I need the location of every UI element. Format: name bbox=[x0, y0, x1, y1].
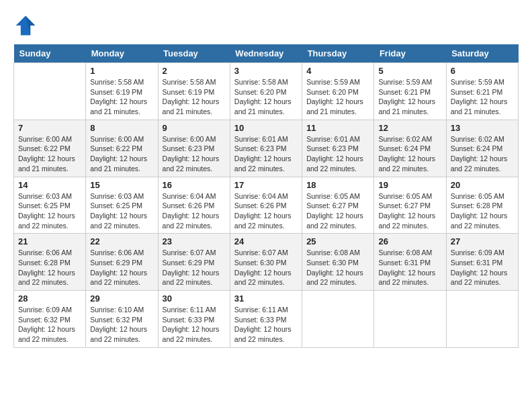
day-number: 8 bbox=[90, 123, 153, 133]
calendar-cell: 29Sunrise: 6:10 AMSunset: 6:32 PMDayligh… bbox=[86, 291, 158, 348]
week-row-4: 21Sunrise: 6:06 AMSunset: 6:28 PMDayligh… bbox=[14, 234, 519, 291]
calendar-cell: 3Sunrise: 5:58 AMSunset: 6:20 PMDaylight… bbox=[230, 63, 302, 120]
calendar-cell: 11Sunrise: 6:01 AMSunset: 6:23 PMDayligh… bbox=[302, 120, 374, 177]
day-number: 30 bbox=[163, 293, 226, 304]
calendar-cell: 10Sunrise: 6:01 AMSunset: 6:23 PMDayligh… bbox=[230, 120, 302, 177]
day-number: 25 bbox=[306, 236, 369, 246]
day-info: Sunrise: 6:08 AMSunset: 6:30 PMDaylight:… bbox=[306, 248, 369, 287]
calendar-cell: 7Sunrise: 6:00 AMSunset: 6:22 PMDaylight… bbox=[14, 120, 86, 177]
week-row-5: 28Sunrise: 6:09 AMSunset: 6:32 PMDayligh… bbox=[14, 291, 519, 348]
calendar-cell: 26Sunrise: 6:08 AMSunset: 6:31 PMDayligh… bbox=[374, 234, 446, 291]
day-number: 19 bbox=[378, 180, 441, 190]
day-info: Sunrise: 5:59 AMSunset: 6:21 PMDaylight:… bbox=[451, 77, 514, 117]
day-info: Sunrise: 6:07 AMSunset: 6:29 PMDaylight:… bbox=[163, 248, 226, 287]
day-info: Sunrise: 6:01 AMSunset: 6:23 PMDaylight:… bbox=[234, 134, 298, 174]
day-info: Sunrise: 6:05 AMSunset: 6:28 PMDaylight:… bbox=[451, 191, 514, 231]
day-number: 15 bbox=[90, 180, 153, 190]
day-number: 5 bbox=[378, 66, 441, 76]
day-info: Sunrise: 6:02 AMSunset: 6:24 PMDaylight:… bbox=[378, 134, 441, 174]
day-number: 28 bbox=[18, 293, 81, 304]
day-number: 13 bbox=[451, 123, 514, 133]
day-info: Sunrise: 6:09 AMSunset: 6:32 PMDaylight:… bbox=[18, 305, 81, 345]
day-number: 3 bbox=[234, 66, 298, 76]
day-info: Sunrise: 6:00 AMSunset: 6:23 PMDaylight:… bbox=[163, 134, 226, 174]
day-number: 22 bbox=[90, 236, 153, 246]
calendar-cell: 27Sunrise: 6:09 AMSunset: 6:31 PMDayligh… bbox=[446, 234, 518, 291]
calendar-cell: 31Sunrise: 6:11 AMSunset: 6:33 PMDayligh… bbox=[230, 291, 302, 348]
day-number: 29 bbox=[90, 293, 153, 304]
weekday-header-thursday: Thursday bbox=[302, 44, 374, 63]
day-number: 12 bbox=[378, 123, 441, 133]
week-row-3: 14Sunrise: 6:03 AMSunset: 6:25 PMDayligh… bbox=[14, 177, 519, 234]
calendar-cell bbox=[374, 291, 446, 348]
calendar-cell: 18Sunrise: 6:05 AMSunset: 6:27 PMDayligh… bbox=[302, 177, 374, 234]
weekday-header-wednesday: Wednesday bbox=[230, 44, 302, 63]
day-number: 11 bbox=[306, 123, 369, 133]
day-info: Sunrise: 6:04 AMSunset: 6:26 PMDaylight:… bbox=[234, 191, 298, 231]
day-info: Sunrise: 5:59 AMSunset: 6:20 PMDaylight:… bbox=[306, 77, 369, 117]
calendar-cell: 22Sunrise: 6:06 AMSunset: 6:29 PMDayligh… bbox=[86, 234, 158, 291]
day-info: Sunrise: 6:07 AMSunset: 6:30 PMDaylight:… bbox=[234, 248, 298, 287]
calendar-cell: 24Sunrise: 6:07 AMSunset: 6:30 PMDayligh… bbox=[230, 234, 302, 291]
day-number: 1 bbox=[90, 66, 153, 76]
day-info: Sunrise: 5:59 AMSunset: 6:21 PMDaylight:… bbox=[378, 77, 441, 117]
day-info: Sunrise: 6:02 AMSunset: 6:24 PMDaylight:… bbox=[451, 134, 514, 174]
day-info: Sunrise: 6:10 AMSunset: 6:32 PMDaylight:… bbox=[90, 305, 153, 345]
day-info: Sunrise: 6:04 AMSunset: 6:26 PMDaylight:… bbox=[163, 191, 226, 231]
weekday-header-monday: Monday bbox=[86, 44, 158, 63]
day-info: Sunrise: 5:58 AMSunset: 6:19 PMDaylight:… bbox=[90, 77, 153, 117]
day-number: 6 bbox=[451, 66, 514, 76]
calendar-cell bbox=[302, 291, 374, 348]
day-number: 7 bbox=[18, 123, 81, 133]
day-info: Sunrise: 6:06 AMSunset: 6:28 PMDaylight:… bbox=[18, 248, 81, 287]
weekday-header-friday: Friday bbox=[374, 44, 446, 63]
day-number: 4 bbox=[306, 66, 369, 76]
calendar-cell: 21Sunrise: 6:06 AMSunset: 6:28 PMDayligh… bbox=[14, 234, 86, 291]
calendar-cell: 19Sunrise: 6:05 AMSunset: 6:27 PMDayligh… bbox=[374, 177, 446, 234]
day-info: Sunrise: 6:11 AMSunset: 6:33 PMDaylight:… bbox=[163, 305, 226, 345]
day-number: 27 bbox=[451, 236, 514, 246]
calendar-cell: 17Sunrise: 6:04 AMSunset: 6:26 PMDayligh… bbox=[230, 177, 302, 234]
weekday-header-row: SundayMondayTuesdayWednesdayThursdayFrid… bbox=[14, 44, 519, 63]
day-info: Sunrise: 6:00 AMSunset: 6:22 PMDaylight:… bbox=[18, 134, 81, 174]
day-info: Sunrise: 6:01 AMSunset: 6:23 PMDaylight:… bbox=[306, 134, 369, 174]
day-number: 24 bbox=[234, 236, 298, 246]
logo-icon bbox=[13, 13, 38, 38]
weekday-header-sunday: Sunday bbox=[14, 44, 86, 63]
day-info: Sunrise: 5:58 AMSunset: 6:19 PMDaylight:… bbox=[163, 77, 226, 117]
day-info: Sunrise: 6:03 AMSunset: 6:25 PMDaylight:… bbox=[90, 191, 153, 231]
day-info: Sunrise: 6:05 AMSunset: 6:27 PMDaylight:… bbox=[306, 191, 369, 231]
day-number: 9 bbox=[163, 123, 226, 133]
calendar-cell: 9Sunrise: 6:00 AMSunset: 6:23 PMDaylight… bbox=[158, 120, 230, 177]
calendar-cell: 2Sunrise: 5:58 AMSunset: 6:19 PMDaylight… bbox=[158, 63, 230, 120]
calendar-table: SundayMondayTuesdayWednesdayThursdayFrid… bbox=[13, 44, 519, 348]
weekday-header-saturday: Saturday bbox=[446, 44, 518, 63]
calendar-cell bbox=[14, 63, 86, 120]
calendar-cell: 28Sunrise: 6:09 AMSunset: 6:32 PMDayligh… bbox=[14, 291, 86, 348]
day-info: Sunrise: 5:58 AMSunset: 6:20 PMDaylight:… bbox=[234, 77, 298, 117]
week-row-1: 1Sunrise: 5:58 AMSunset: 6:19 PMDaylight… bbox=[14, 63, 519, 120]
day-number: 14 bbox=[18, 180, 81, 190]
calendar-cell: 8Sunrise: 6:00 AMSunset: 6:22 PMDaylight… bbox=[86, 120, 158, 177]
day-info: Sunrise: 6:09 AMSunset: 6:31 PMDaylight:… bbox=[451, 248, 514, 287]
day-info: Sunrise: 6:05 AMSunset: 6:27 PMDaylight:… bbox=[378, 191, 441, 231]
day-number: 17 bbox=[234, 180, 298, 190]
week-row-2: 7Sunrise: 6:00 AMSunset: 6:22 PMDaylight… bbox=[14, 120, 519, 177]
calendar-cell: 6Sunrise: 5:59 AMSunset: 6:21 PMDaylight… bbox=[446, 63, 518, 120]
calendar-cell: 4Sunrise: 5:59 AMSunset: 6:20 PMDaylight… bbox=[302, 63, 374, 120]
calendar-cell bbox=[446, 291, 518, 348]
day-number: 20 bbox=[451, 180, 514, 190]
day-number: 2 bbox=[163, 66, 226, 76]
day-info: Sunrise: 6:06 AMSunset: 6:29 PMDaylight:… bbox=[90, 248, 153, 287]
calendar-cell: 13Sunrise: 6:02 AMSunset: 6:24 PMDayligh… bbox=[446, 120, 518, 177]
day-number: 23 bbox=[163, 236, 226, 246]
day-info: Sunrise: 6:03 AMSunset: 6:25 PMDaylight:… bbox=[18, 191, 81, 231]
day-number: 21 bbox=[18, 236, 81, 246]
calendar-cell: 12Sunrise: 6:02 AMSunset: 6:24 PMDayligh… bbox=[374, 120, 446, 177]
calendar-cell: 14Sunrise: 6:03 AMSunset: 6:25 PMDayligh… bbox=[14, 177, 86, 234]
calendar-cell: 23Sunrise: 6:07 AMSunset: 6:29 PMDayligh… bbox=[158, 234, 230, 291]
calendar-cell: 16Sunrise: 6:04 AMSunset: 6:26 PMDayligh… bbox=[158, 177, 230, 234]
day-info: Sunrise: 6:11 AMSunset: 6:33 PMDaylight:… bbox=[234, 305, 298, 345]
calendar-cell: 30Sunrise: 6:11 AMSunset: 6:33 PMDayligh… bbox=[158, 291, 230, 348]
calendar-cell: 20Sunrise: 6:05 AMSunset: 6:28 PMDayligh… bbox=[446, 177, 518, 234]
